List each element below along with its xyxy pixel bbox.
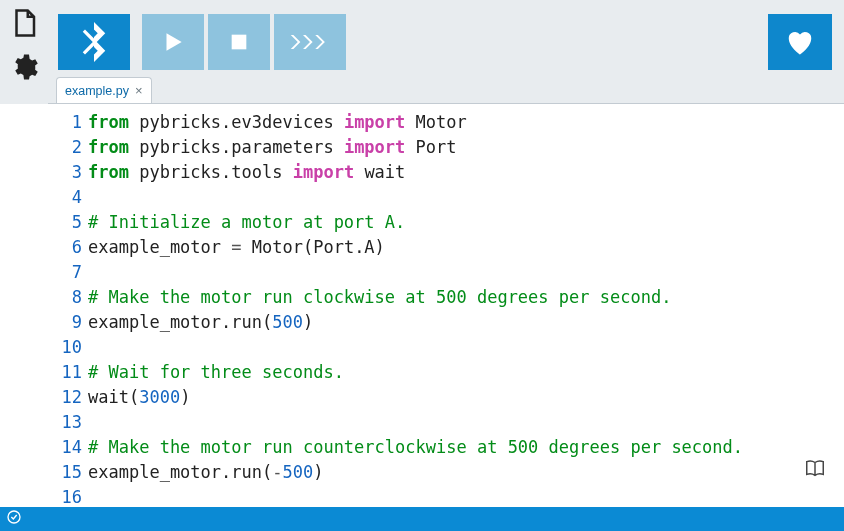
sidebar <box>0 0 48 104</box>
support-button[interactable] <box>768 14 832 70</box>
tab-example[interactable]: example.py × <box>56 77 152 103</box>
status-ok-icon <box>6 509 22 529</box>
run-controls <box>142 14 346 70</box>
book-icon <box>804 457 826 479</box>
docs-button[interactable] <box>804 457 826 483</box>
svg-rect-0 <box>232 35 247 50</box>
chevrons-right-icon <box>289 29 331 55</box>
new-file-button[interactable] <box>7 6 41 40</box>
svg-point-1 <box>8 511 20 523</box>
toolbar <box>48 0 844 76</box>
editor[interactable]: 12345678910111213141516 from pybricks.ev… <box>0 104 844 507</box>
line-gutter: 12345678910111213141516 <box>48 110 88 507</box>
tab-label: example.py <box>65 84 129 98</box>
bluetooth-icon <box>79 22 109 62</box>
gear-icon <box>9 52 39 82</box>
heart-icon <box>785 28 815 56</box>
settings-button[interactable] <box>7 50 41 84</box>
tab-close-button[interactable]: × <box>135 83 143 98</box>
bluetooth-button[interactable] <box>58 14 130 70</box>
repl-button[interactable] <box>274 14 346 70</box>
run-button[interactable] <box>142 14 204 70</box>
code-area[interactable]: from pybricks.ev3devices import Motorfro… <box>88 110 844 507</box>
stop-button[interactable] <box>208 14 270 70</box>
stop-icon <box>228 31 250 53</box>
status-bar <box>0 507 844 531</box>
play-icon <box>160 29 186 55</box>
tab-bar: example.py × <box>48 76 844 104</box>
file-icon <box>9 8 39 38</box>
